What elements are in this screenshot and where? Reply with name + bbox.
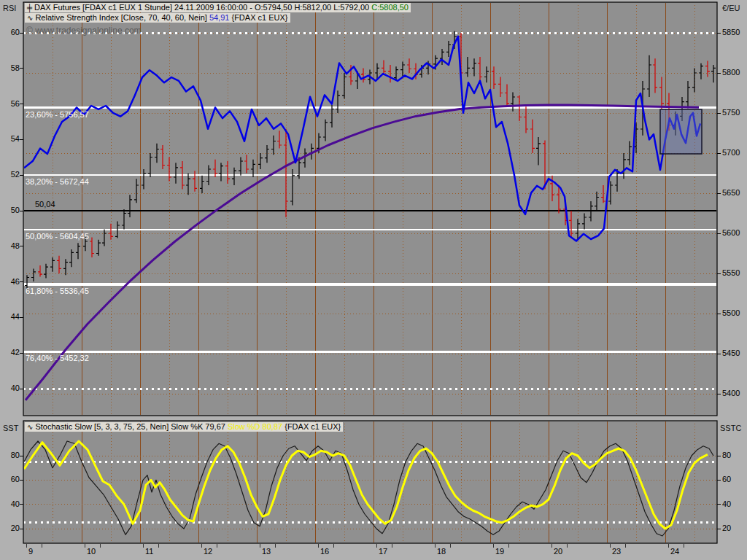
x-axis-day-label: 17 bbox=[379, 547, 387, 556]
x-axis-day-label: 16 bbox=[320, 547, 329, 556]
price-tick-label: 5450 bbox=[722, 349, 740, 358]
x-axis-day-label: 10 bbox=[87, 547, 96, 556]
stoch-axis-title-right: SSTC bbox=[720, 424, 741, 433]
price-tick-label: 5800 bbox=[722, 68, 740, 77]
x-axis-day-label: 18 bbox=[437, 547, 446, 556]
fib-level-label: 23,60% - 5756,57 bbox=[26, 110, 89, 119]
stoch-indicator-text: Stochastic Slow [5, 3, 3, 75, 25, Nein] … bbox=[35, 422, 228, 431]
price-axis-title: €/EU bbox=[722, 4, 740, 13]
fib-level-label: 50,00% - 5604,45 bbox=[26, 232, 89, 241]
rsi-tick-label: 54 bbox=[0, 134, 20, 144]
rsi-tick-label: 44 bbox=[0, 312, 20, 322]
close-value: C:5808,50 bbox=[371, 3, 409, 12]
x-axis-day-label: 24 bbox=[670, 547, 679, 556]
price-tick-label: 5850 bbox=[722, 28, 740, 37]
x-axis-day-label: 23 bbox=[612, 547, 621, 556]
x-axis-day-label: 12 bbox=[204, 547, 212, 556]
stoch-tick-label: 40 bbox=[0, 499, 20, 509]
wave-icon: ∿ bbox=[27, 14, 33, 22]
price-tick-label: 5600 bbox=[722, 228, 740, 238]
fib-level-label: 76,40% - 5452,32 bbox=[26, 354, 89, 362]
rsi-tick-label: 40 bbox=[0, 384, 20, 393]
ohlc-bars-icon: ╪ bbox=[27, 4, 32, 12]
stoch-tick-label-right: 20 bbox=[722, 524, 731, 533]
rsi-tick-label: 48 bbox=[0, 241, 20, 251]
rsi-indicator-suffix: {FDAX c1 EUX} bbox=[229, 13, 287, 22]
stoch-tick-label-right: 80 bbox=[722, 451, 731, 460]
price-tick-label: 5750 bbox=[722, 108, 740, 117]
chart-canvas[interactable] bbox=[0, 0, 747, 560]
stoch-tick-label-right: 40 bbox=[722, 499, 731, 509]
stoch-indicator-suffix: {FDAX c1 EUX} bbox=[282, 422, 341, 431]
x-axis-day-label: 11 bbox=[145, 547, 153, 556]
rsi-indicator-text: Relative Strength Index [Close, 70, 40, … bbox=[35, 13, 209, 22]
stoch-tick-label: 80 bbox=[0, 451, 20, 460]
fib-level-label: 61,80% - 5536,45 bbox=[26, 287, 89, 295]
rsi-tick-label: 46 bbox=[0, 277, 20, 287]
stoch-indicator-title-bar[interactable]: ∿Stochastic Slow [5, 3, 3, 75, 25, Nein]… bbox=[25, 422, 343, 432]
stoch-axis-title-left: SST bbox=[3, 424, 18, 433]
instrument-title-text: DAX Futures [FDAX c1 EUX 1 Stunde] 24.11… bbox=[34, 3, 371, 12]
rsi-tick-label: 42 bbox=[0, 348, 20, 357]
x-axis-day-label: 20 bbox=[554, 547, 562, 556]
price-tick-label: 5550 bbox=[722, 268, 740, 278]
rsi-value: 54,91 bbox=[209, 13, 230, 22]
wave-icon: ∿ bbox=[27, 423, 33, 431]
stoch-tick-label: 60 bbox=[0, 475, 20, 484]
price-tick-label: 5700 bbox=[722, 148, 740, 158]
stoch-panel-bg bbox=[23, 421, 717, 543]
price-tick-label: 5400 bbox=[722, 389, 740, 398]
x-axis-day-label: 13 bbox=[262, 547, 271, 556]
instrument-title-bar[interactable]: ╪DAX Futures [FDAX c1 EUX 1 Stunde] 24.1… bbox=[25, 3, 411, 12]
price-tick-label: 5500 bbox=[722, 308, 740, 318]
x-axis-day-label: 19 bbox=[495, 547, 504, 556]
fib-level-label: 38,20% - 5672,44 bbox=[26, 177, 89, 186]
rsi-mid-label: 50,04 bbox=[35, 200, 55, 209]
watermark: © www.tradesignalonline.com bbox=[26, 26, 142, 36]
rsi-axis-title: RSI bbox=[3, 4, 16, 13]
rsi-tick-label: 56 bbox=[0, 99, 20, 109]
rsi-indicator-title-bar[interactable]: ∿Relative Strength Index [Close, 70, 40,… bbox=[25, 13, 290, 23]
stoch-tick-label-right: 60 bbox=[722, 475, 731, 484]
rsi-tick-label: 50 bbox=[0, 206, 20, 215]
rsi-tick-label: 58 bbox=[0, 63, 20, 73]
rsi-tick-label: 52 bbox=[0, 170, 20, 179]
stoch-tick-label: 20 bbox=[0, 524, 20, 533]
stoch-d-value: Slow %D 80,87 bbox=[228, 422, 282, 431]
x-axis-day-label: 9 bbox=[28, 547, 33, 556]
rsi-tick-label: 60 bbox=[0, 28, 20, 37]
selection-box[interactable] bbox=[660, 109, 702, 154]
price-tick-label: 5650 bbox=[722, 188, 740, 198]
trading-chart-window: RSI €/EU SST SSTC ╪DAX Futures [FDAX c1 … bbox=[0, 0, 747, 560]
